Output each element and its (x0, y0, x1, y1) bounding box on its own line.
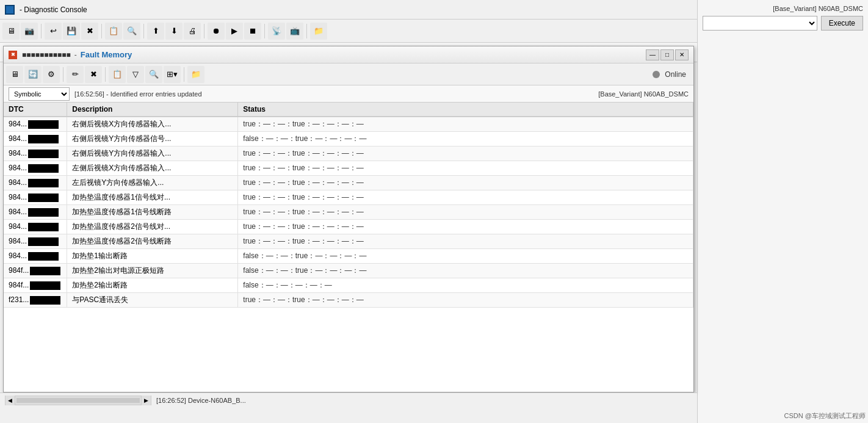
toolbar-play-btn[interactable]: ▶ (226, 23, 243, 40)
fault-module-label: ■■■■■■■■■■■ (22, 51, 71, 59)
dtc-cell: 984f... (4, 264, 67, 278)
toolbar-search-btn[interactable]: 🔍 (123, 23, 140, 40)
fault-toolbar-expand-btn[interactable]: ⊞▾ (164, 66, 181, 83)
fault-toolbar-filter-btn[interactable]: ▽ (127, 66, 144, 83)
toolbar-sep-4 (204, 24, 204, 38)
table-row[interactable]: 984...左后视镜Y方向传感器输入...true：—：—：true：—：—：—… (4, 176, 693, 190)
bottom-log-text: [16:26:52] Device-N60AB_B... (156, 397, 246, 404)
fault-toolbar-config-btn[interactable]: ⚙ (43, 66, 60, 83)
table-row[interactable]: 984...加热垫温度传感器2信号线对...true：—：—：true：—：—：… (4, 220, 693, 234)
dtc-cell: 984... (4, 146, 67, 161)
desc-cell: 加热垫温度传感器1信号线断路 (67, 205, 238, 220)
app-title: - Diagnostic Console (20, 5, 813, 14)
toolbar-delete-btn[interactable]: ✖ (81, 23, 98, 40)
desc-cell: 与PASC通讯丢失 (67, 293, 238, 308)
status-cell: true：—：—：true：—：—：—：— (238, 220, 693, 234)
fault-window: ✖ ■■■■■■■■■■■ - Fault Memory — □ ✕ 🖥 🔄 ⚙… (3, 46, 694, 392)
toolbar-screen-btn[interactable]: 🖥 (2, 23, 20, 40)
dtc-cell: 984... (4, 132, 67, 146)
desc-cell: 加热垫1输出断路 (67, 249, 238, 264)
variant-select[interactable] (703, 16, 817, 31)
hscroll-left-btn[interactable]: ◀ (5, 396, 15, 405)
desc-cell: 右侧后视镜Y方向传感器信号... (67, 132, 238, 146)
toolbar-media2-btn[interactable]: 📺 (286, 23, 303, 40)
desc-cell: 左侧后视镜X方向传感器输入... (67, 161, 238, 176)
status-cell: true：—：—：true：—：—：—：— (238, 205, 693, 220)
fault-restore-btn[interactable]: □ (660, 49, 674, 60)
dtc-cell: 984f... (4, 278, 67, 293)
execute-button[interactable]: Execute (821, 16, 863, 31)
table-row[interactable]: 984...左侧后视镜X方向传感器输入...true：—：—：true：—：—：… (4, 161, 693, 176)
table-row[interactable]: 984...右侧后视镜X方向传感器输入...true：—：—：true：—：—：… (4, 117, 693, 132)
table-row[interactable]: 984...右侧后视镜Y方向传感器信号...false：—：—：true：—：—… (4, 132, 693, 146)
fault-table-container[interactable]: DTC Description Status 984...右侧后视镜X方向传感器… (4, 103, 693, 392)
fault-toolbar-edit-btn[interactable]: ✏ (67, 66, 84, 83)
status-cell: false：—：—：true：—：—：—：— (238, 249, 693, 264)
table-row[interactable]: 984...加热垫温度传感器2信号线断路true：—：—：true：—：—：—：… (4, 234, 693, 249)
dtc-cell: 984... (4, 161, 67, 176)
desc-cell: 右侧后视镜X方向传感器输入... (67, 117, 238, 132)
desc-cell: 加热垫2输出断路 (67, 278, 238, 293)
toolbar-folder-btn[interactable]: 📁 (310, 23, 327, 40)
fault-symbolic-select[interactable]: Symbolic (9, 87, 70, 101)
fault-toolbar-copy-btn[interactable]: 📋 (109, 66, 126, 83)
toolbar-sep-1 (41, 24, 42, 38)
variant-label: [Base_Variant] N60AB_DSMC (703, 5, 863, 12)
fault-title-bar: ✖ ■■■■■■■■■■■ - Fault Memory — □ ✕ (4, 46, 693, 63)
desc-cell: 加热垫2输出对电源正极短路 (67, 264, 238, 278)
app-icon (5, 5, 15, 15)
fault-status-bar: Symbolic [16:52:56] - Identified error e… (4, 85, 693, 103)
fault-toolbar-folder-btn[interactable]: 📁 (187, 66, 204, 83)
fault-close-btn[interactable]: ✕ (675, 49, 689, 60)
table-row[interactable]: f231...与PASC通讯丢失true：—：—：true：—：—：—：— (4, 293, 693, 308)
hscroll-right-btn[interactable]: ▶ (141, 396, 151, 405)
main-content: ✖ ■■■■■■■■■■■ - Fault Memory — □ ✕ 🖥 🔄 ⚙… (0, 43, 697, 392)
status-cell: true：—：—：true：—：—：—：— (238, 117, 693, 132)
dtc-cell: 984... (4, 176, 67, 190)
col-header-dtc: DTC (4, 103, 67, 117)
hscroll-thumb (16, 398, 140, 403)
toolbar-undo-btn[interactable]: ↩ (45, 23, 62, 40)
toolbar-copy-btn[interactable]: 📋 (105, 23, 122, 40)
desc-cell: 右侧后视镜Y方向传感器输入... (67, 146, 238, 161)
table-row[interactable]: 984f...加热垫2输出对电源正极短路false：—：—：true：—：—：—… (4, 264, 693, 278)
table-row[interactable]: 984...加热垫温度传感器1信号线断路true：—：—：true：—：—：—：… (4, 205, 693, 220)
toolbar-download-btn[interactable]: ⬇ (165, 23, 183, 40)
toolbar-upload-btn[interactable]: ⬆ (147, 23, 164, 40)
toolbar-sep-5 (264, 24, 265, 38)
status-cell: false：—：—：true：—：—：—：— (238, 132, 693, 146)
toolbar-print-btn[interactable]: 🖨 (184, 23, 201, 40)
dtc-cell: 984... (4, 234, 67, 249)
fault-toolbar-search-btn[interactable]: 🔍 (145, 66, 162, 83)
right-panel: [Base_Variant] N60AB_DSMC Execute (697, 0, 868, 423)
dtc-cell: 984... (4, 220, 67, 234)
status-cell: false：—：—：true：—：—：—：— (238, 264, 693, 278)
toolbar-sep-2 (101, 24, 102, 38)
dtc-cell: 984... (4, 205, 67, 220)
table-row[interactable]: 984...加热垫温度传感器1信号线对...true：—：—：true：—：—：… (4, 190, 693, 205)
status-cell: true：—：—：true：—：—：—：— (238, 234, 693, 249)
fault-title-text: Fault Memory (81, 50, 646, 59)
table-row[interactable]: 984...加热垫1输出断路false：—：—：true：—：—：—：— (4, 249, 693, 264)
dtc-cell: f231... (4, 293, 67, 308)
fault-toolbar-delete-btn[interactable]: ✖ (85, 66, 102, 83)
desc-cell: 加热垫温度传感器2信号线对... (67, 220, 238, 234)
toolbar-sep-3 (143, 24, 144, 38)
status-cell: false：—：—：—：—：— (238, 278, 693, 293)
toolbar-media-btn[interactable]: 📡 (268, 23, 285, 40)
table-row[interactable]: 984...右侧后视镜Y方向传感器输入...true：—：—：true：—：—：… (4, 146, 693, 161)
fault-toolbar-sep-1 (63, 67, 63, 82)
desc-cell: 加热垫温度传感器1信号线对... (67, 190, 238, 205)
toolbar-save-btn[interactable]: 💾 (63, 23, 80, 40)
toolbar-record-btn[interactable]: ⏺ (208, 23, 225, 40)
fault-toolbar-screen-btn[interactable]: 🖥 (6, 66, 23, 83)
fault-minimize-btn[interactable]: — (646, 49, 659, 60)
fault-table: DTC Description Status 984...右侧后视镜X方向传感器… (4, 103, 693, 308)
status-cell: true：—：—：true：—：—：—：— (238, 176, 693, 190)
toolbar-stop-btn[interactable]: ⏹ (244, 23, 261, 40)
toolbar-camera-btn[interactable]: 📷 (21, 23, 38, 40)
dtc-cell: 984... (4, 249, 67, 264)
table-row[interactable]: 984f...加热垫2输出断路false：—：—：—：—：— (4, 278, 693, 293)
desc-cell: 加热垫温度传感器2信号线断路 (67, 234, 238, 249)
fault-toolbar-refresh-btn[interactable]: 🔄 (24, 66, 42, 83)
